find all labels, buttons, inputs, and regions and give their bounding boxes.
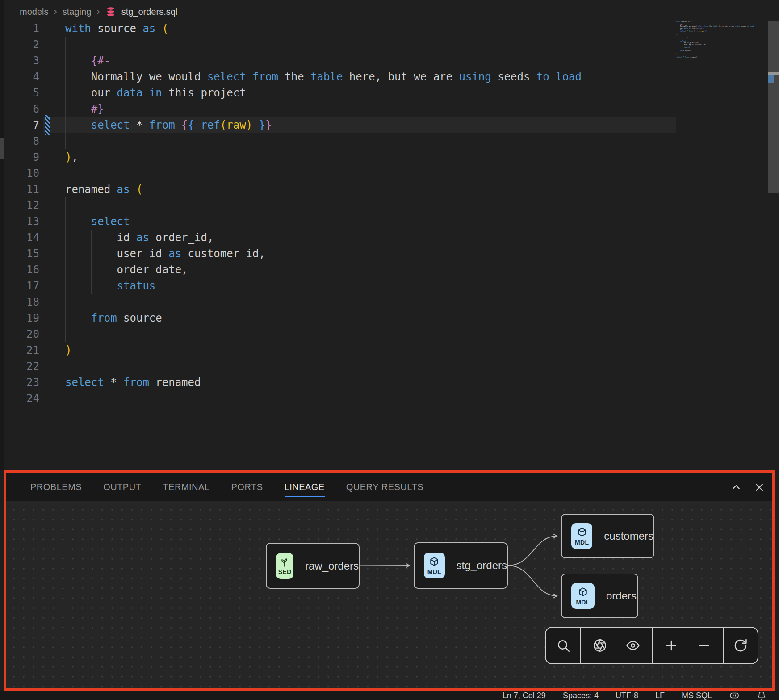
chevron-right-icon: › <box>54 6 57 17</box>
node-label: orders <box>606 590 637 602</box>
line-number: 18 <box>0 294 39 310</box>
panel-actions <box>730 473 766 501</box>
code-line-6[interactable]: 6 #} <box>0 101 779 117</box>
search-button[interactable] <box>549 628 578 663</box>
aperture-button[interactable] <box>586 628 614 663</box>
lineage-canvas[interactable]: SEDraw_ordersMDLstg_ordersMDLcustomersMD… <box>6 501 772 688</box>
status-utf-8[interactable]: UTF-8 <box>616 691 638 700</box>
line-number: 10 <box>0 165 39 181</box>
code-line-3[interactable]: 3 {#- <box>0 53 779 69</box>
minimap[interactable]: with source as ( {#- Normally we would s… <box>676 21 756 65</box>
tab-terminal[interactable]: TERMINAL <box>163 473 209 501</box>
copilot-icon[interactable] <box>729 690 740 700</box>
code-line-10[interactable]: 10 <box>0 165 779 181</box>
breadcrumb: models › staging › stg_orders.sql <box>20 4 177 20</box>
line-number: 15 <box>0 246 39 262</box>
toolbar-group-3 <box>723 628 758 663</box>
status-ms-sql[interactable]: MS SQL <box>682 691 712 700</box>
cube-icon <box>428 556 440 568</box>
close-panel-icon[interactable] <box>753 481 766 494</box>
cube-icon <box>576 527 588 538</box>
code-line-2[interactable]: 2 <box>0 37 779 53</box>
scrollbar-cursor-marker <box>768 72 779 75</box>
model-badge: MDL <box>424 553 445 578</box>
chevron-right-icon: › <box>96 6 100 17</box>
line-number: 8 <box>0 133 39 149</box>
maximize-panel-chevron-up-icon[interactable] <box>730 481 742 494</box>
indent-guide <box>65 37 66 149</box>
edge-stg_orders-to-customers <box>508 536 557 566</box>
code-line-22[interactable]: 22 <box>0 358 779 374</box>
bell-icon[interactable] <box>757 690 766 700</box>
status-ln-7-col-29[interactable]: Ln 7, Col 29 <box>503 691 546 700</box>
seed-badge: SED <box>276 553 293 579</box>
code-line-5[interactable]: 5 our data in this project <box>0 85 779 101</box>
zoom-in-button[interactable] <box>657 628 686 663</box>
status-bar: Ln 7, Col 29Spaces: 4UTF-8LFMS SQL <box>0 691 779 700</box>
code-line-21[interactable]: 21) <box>0 342 779 358</box>
code-line-8[interactable]: 8 <box>0 133 779 149</box>
tab-ports[interactable]: PORTS <box>231 473 263 501</box>
tab-output[interactable]: OUTPUT <box>103 473 141 501</box>
code-line-7[interactable]: 7 select * from {{ ref(raw) }} <box>0 117 779 133</box>
line-number: 2 <box>0 37 39 53</box>
refresh-button[interactable] <box>726 628 755 663</box>
code-line-23[interactable]: 23select * from renamed <box>0 374 779 390</box>
line-number: 1 <box>0 21 39 37</box>
line-number: 11 <box>0 181 39 197</box>
code-line-14[interactable]: 14 id as order_id, <box>0 230 779 246</box>
code-line-9[interactable]: 9), <box>0 149 779 165</box>
breadcrumb-item-models[interactable]: models <box>20 7 48 17</box>
line-number: 16 <box>0 262 39 278</box>
tab-query-results[interactable]: QUERY RESULTS <box>346 473 423 501</box>
database-icon <box>105 6 116 17</box>
line-number: 13 <box>0 214 39 230</box>
eye-button[interactable] <box>619 628 647 663</box>
code-line-13[interactable]: 13 select <box>0 214 779 230</box>
indent-guide <box>91 230 92 294</box>
scrollbar-track[interactable] <box>768 21 779 193</box>
node-raw_orders[interactable]: SEDraw_orders <box>266 543 360 589</box>
node-label: raw_orders <box>305 560 359 572</box>
node-orders[interactable]: MDLorders <box>561 574 638 618</box>
breadcrumb-file[interactable]: stg_orders.sql <box>121 7 178 17</box>
scrollbar-modified-marker <box>768 75 774 83</box>
node-stg_orders[interactable]: MDLstg_orders <box>414 542 508 589</box>
code-line-18[interactable]: 18 <box>0 294 779 310</box>
indent-guide <box>65 197 66 342</box>
code-editor: models › staging › stg_orders.sql 1with … <box>0 0 779 470</box>
breadcrumb-item-staging[interactable]: staging <box>63 7 92 17</box>
line-number: 9 <box>0 149 39 165</box>
lineage-toolbar <box>545 627 758 664</box>
code-line-20[interactable]: 20 <box>0 326 779 342</box>
toolbar-group-1 <box>580 628 652 663</box>
zoom-out-button[interactable] <box>690 628 718 663</box>
node-label: customers <box>604 530 653 542</box>
code-line-16[interactable]: 16 order_date, <box>0 262 779 278</box>
node-customers[interactable]: MDLcustomers <box>561 514 654 558</box>
code-line-17[interactable]: 17 status <box>0 278 779 294</box>
vscode-window: models › staging › stg_orders.sql 1with … <box>0 0 779 700</box>
status-spaces-4[interactable]: Spaces: 4 <box>563 691 599 700</box>
tab-lineage[interactable]: LINEAGE <box>285 473 325 501</box>
code-line-12[interactable]: 12 <box>0 197 779 214</box>
code-line-24[interactable]: 24 <box>0 390 779 407</box>
line-number: 22 <box>0 358 39 374</box>
code-line-1[interactable]: 1with source as ( <box>0 21 779 37</box>
status-lf[interactable]: LF <box>655 691 665 700</box>
code-line-15[interactable]: 15 user_id as customer_id, <box>0 246 779 262</box>
model-badge: MDL <box>571 523 592 549</box>
toolbar-group-0 <box>546 628 580 663</box>
code-line-11[interactable]: 11renamed as ( <box>0 181 779 197</box>
code-line-4[interactable]: 4 Normally we would select from the tabl… <box>0 69 779 85</box>
line-number: 7 <box>0 117 39 133</box>
code-line-19[interactable]: 19 from source <box>0 310 779 326</box>
line-number: 6 <box>0 101 39 117</box>
tab-problems[interactable]: PROBLEMS <box>30 473 82 501</box>
line-number: 17 <box>0 278 39 294</box>
sprout-icon <box>279 556 290 568</box>
line-number: 20 <box>0 326 39 342</box>
line-number: 19 <box>0 310 39 326</box>
line-number: 5 <box>0 85 39 101</box>
code-lines: 1with source as (23 {#-4 Normally we wou… <box>0 21 779 407</box>
